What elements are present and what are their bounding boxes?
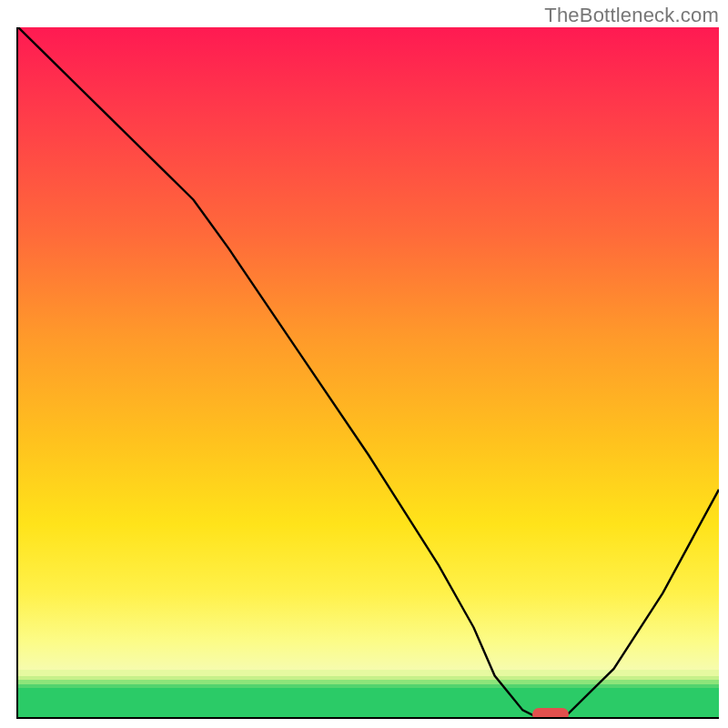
bottleneck-curve: [18, 27, 719, 717]
optimal-marker: [532, 708, 569, 719]
watermark-text: TheBottleneck.com: [544, 4, 719, 27]
curve-path: [18, 27, 719, 717]
plot-area: [16, 27, 719, 719]
chart-frame: TheBottleneck.com: [0, 0, 728, 728]
